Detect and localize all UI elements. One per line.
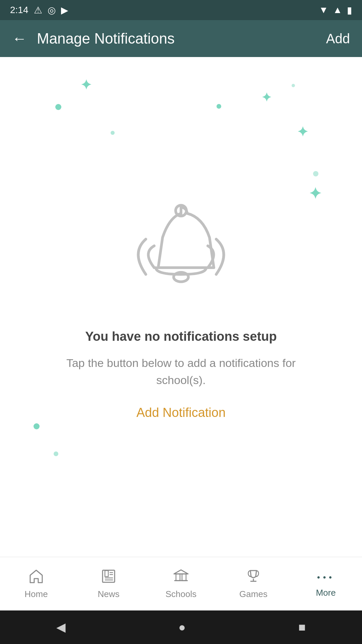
main-content: ✦ ✦ ✦ ✦ You have no notifications setup … <box>0 57 362 557</box>
schools-icon <box>173 569 189 586</box>
empty-description: Tap the button below to add a notificati… <box>64 355 298 389</box>
svg-rect-3 <box>105 571 108 577</box>
nav-item-news[interactable]: News <box>72 560 145 607</box>
decoration-dot-6 <box>34 423 40 429</box>
target-icon: ◎ <box>48 5 56 16</box>
page-title: Manage Notifications <box>37 30 326 47</box>
decoration-dot-1 <box>55 104 61 110</box>
status-bar: 2:14 ⚠ ◎ ▶ ▼ ▲ ▮ <box>0 0 362 20</box>
games-icon <box>246 569 261 586</box>
news-icon <box>101 569 116 586</box>
nav-label-more: More <box>316 588 336 598</box>
back-button[interactable]: ← <box>12 31 27 46</box>
bottom-nav: Home News Schools <box>0 557 362 610</box>
decoration-dot-2 <box>111 131 115 135</box>
signal-icon: ▲ <box>333 5 342 15</box>
decoration-dot-4 <box>292 84 295 87</box>
decoration-dot-5 <box>313 171 318 176</box>
add-button[interactable]: Add <box>326 31 350 46</box>
home-icon <box>28 569 44 586</box>
decoration-dot-7 <box>54 451 58 456</box>
empty-title: You have no notifications setup <box>85 329 277 344</box>
nav-item-home[interactable]: Home <box>0 560 72 607</box>
nav-label-news: News <box>98 589 119 599</box>
decoration-cross-1: ✦ <box>80 77 92 93</box>
nav-label-schools: Schools <box>166 589 197 599</box>
battery-icon: ▮ <box>347 5 352 16</box>
decoration-cross-2: ✦ <box>261 91 272 105</box>
system-home-button[interactable]: ● <box>178 620 186 634</box>
system-nav-bar: ◀ ● ■ <box>0 610 362 644</box>
nav-label-games: Games <box>239 589 267 599</box>
system-back-button[interactable]: ◀ <box>56 620 66 634</box>
add-notification-link[interactable]: Add Notification <box>136 406 226 420</box>
app-bar: ← Manage Notifications Add <box>0 20 362 57</box>
decoration-cross-4: ✦ <box>309 184 322 203</box>
more-icon: ●●● <box>317 570 335 585</box>
svg-marker-8 <box>174 570 188 574</box>
nav-item-more[interactable]: ●●● More <box>290 560 362 607</box>
time-display: 2:14 <box>10 5 28 15</box>
nav-item-games[interactable]: Games <box>217 560 290 607</box>
svg-rect-10 <box>182 574 186 581</box>
decoration-dot-3 <box>217 104 221 109</box>
svg-rect-9 <box>176 574 180 581</box>
nav-item-schools[interactable]: Schools <box>145 560 217 607</box>
play-icon: ▶ <box>61 5 68 16</box>
decoration-cross-3: ✦ <box>297 124 308 140</box>
wifi-icon: ▼ <box>319 5 328 15</box>
bell-illustration <box>124 194 238 309</box>
alert-icon: ⚠ <box>34 5 42 16</box>
nav-label-home: Home <box>24 589 48 599</box>
system-recent-button[interactable]: ■ <box>298 620 306 634</box>
